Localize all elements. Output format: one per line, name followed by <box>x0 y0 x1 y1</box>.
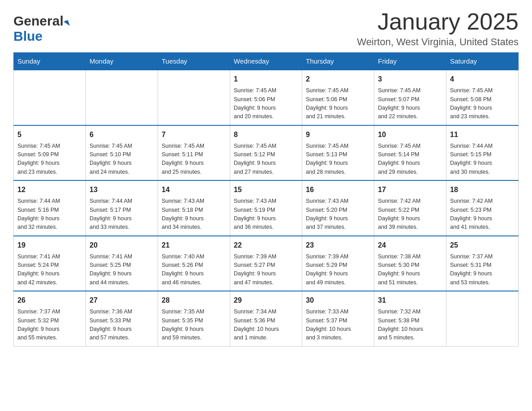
day-number: 28 <box>162 295 226 306</box>
table-row: 6Sunrise: 7:45 AMSunset: 5:10 PMDaylight… <box>86 125 158 181</box>
day-info: Sunrise: 7:44 AMSunset: 5:16 PMDaylight:… <box>17 197 82 232</box>
table-row: 5Sunrise: 7:45 AMSunset: 5:09 PMDaylight… <box>14 125 86 181</box>
logo-blue-text: Blue <box>13 29 43 44</box>
day-info: Sunrise: 7:42 AMSunset: 5:22 PMDaylight:… <box>378 197 442 232</box>
day-info: Sunrise: 7:40 AMSunset: 5:26 PMDaylight:… <box>162 253 226 287</box>
day-number: 22 <box>234 240 298 251</box>
day-info: Sunrise: 7:45 AMSunset: 5:10 PMDaylight:… <box>90 142 154 177</box>
table-row: 22Sunrise: 7:39 AMSunset: 5:27 PMDayligh… <box>230 236 302 291</box>
table-row: 20Sunrise: 7:41 AMSunset: 5:25 PMDayligh… <box>86 236 158 291</box>
location-title: Weirton, West Virginia, United States <box>357 36 519 48</box>
table-row: 1Sunrise: 7:45 AMSunset: 5:06 PMDaylight… <box>230 70 302 125</box>
day-info: Sunrise: 7:39 AMSunset: 5:27 PMDaylight:… <box>234 253 298 287</box>
day-number: 14 <box>162 184 226 195</box>
day-info: Sunrise: 7:44 AMSunset: 5:15 PMDaylight:… <box>450 142 515 177</box>
day-info: Sunrise: 7:45 AMSunset: 5:08 PMDaylight:… <box>450 86 515 121</box>
day-info: Sunrise: 7:36 AMSunset: 5:33 PMDaylight:… <box>90 308 154 342</box>
calendar-header-row: Sunday Monday Tuesday Wednesday Thursday… <box>14 53 519 70</box>
day-number: 23 <box>306 240 370 251</box>
table-row <box>86 70 158 125</box>
day-number: 8 <box>234 129 298 140</box>
day-number: 21 <box>162 240 226 251</box>
day-info: Sunrise: 7:43 AMSunset: 5:20 PMDaylight:… <box>306 197 370 232</box>
col-friday: Friday <box>374 53 446 70</box>
table-row: 8Sunrise: 7:45 AMSunset: 5:12 PMDaylight… <box>230 125 302 181</box>
day-info: Sunrise: 7:32 AMSunset: 5:38 PMDaylight:… <box>378 308 442 342</box>
day-info: Sunrise: 7:45 AMSunset: 5:13 PMDaylight:… <box>306 142 370 177</box>
day-info: Sunrise: 7:45 AMSunset: 5:14 PMDaylight:… <box>378 142 442 177</box>
day-info: Sunrise: 7:45 AMSunset: 5:06 PMDaylight:… <box>306 86 370 121</box>
table-row: 3Sunrise: 7:45 AMSunset: 5:07 PMDaylight… <box>374 70 446 125</box>
table-row: 25Sunrise: 7:37 AMSunset: 5:31 PMDayligh… <box>446 236 519 291</box>
col-saturday: Saturday <box>446 53 519 70</box>
table-row: 26Sunrise: 7:37 AMSunset: 5:32 PMDayligh… <box>14 291 86 346</box>
table-row: 28Sunrise: 7:35 AMSunset: 5:35 PMDayligh… <box>158 291 230 346</box>
day-number: 27 <box>90 295 154 306</box>
day-number: 25 <box>450 240 515 251</box>
day-info: Sunrise: 7:35 AMSunset: 5:35 PMDaylight:… <box>162 308 226 342</box>
day-info: Sunrise: 7:45 AMSunset: 5:07 PMDaylight:… <box>378 86 442 121</box>
table-row: 15Sunrise: 7:43 AMSunset: 5:19 PMDayligh… <box>230 180 302 236</box>
day-number: 31 <box>378 295 442 306</box>
day-number: 18 <box>450 184 515 195</box>
table-row: 10Sunrise: 7:45 AMSunset: 5:14 PMDayligh… <box>374 125 446 181</box>
day-number: 5 <box>17 129 82 140</box>
day-info: Sunrise: 7:43 AMSunset: 5:19 PMDaylight:… <box>234 197 298 232</box>
table-row <box>158 70 230 125</box>
calendar-week-row: 12Sunrise: 7:44 AMSunset: 5:16 PMDayligh… <box>14 180 519 236</box>
table-row: 9Sunrise: 7:45 AMSunset: 5:13 PMDaylight… <box>302 125 374 181</box>
col-wednesday: Wednesday <box>230 53 302 70</box>
logo-general-word: General <box>13 13 64 28</box>
table-row: 23Sunrise: 7:39 AMSunset: 5:29 PMDayligh… <box>302 236 374 291</box>
day-info: Sunrise: 7:42 AMSunset: 5:23 PMDaylight:… <box>450 197 515 232</box>
logo-general-text: General <box>13 13 69 29</box>
day-number: 29 <box>234 295 298 306</box>
day-number: 7 <box>162 129 226 140</box>
day-info: Sunrise: 7:37 AMSunset: 5:32 PMDaylight:… <box>17 308 82 342</box>
table-row: 2Sunrise: 7:45 AMSunset: 5:06 PMDaylight… <box>302 70 374 125</box>
day-info: Sunrise: 7:34 AMSunset: 5:36 PMDaylight:… <box>234 308 298 342</box>
table-row: 11Sunrise: 7:44 AMSunset: 5:15 PMDayligh… <box>446 125 519 181</box>
day-number: 13 <box>90 184 154 195</box>
table-row: 14Sunrise: 7:43 AMSunset: 5:18 PMDayligh… <box>158 180 230 236</box>
day-info: Sunrise: 7:41 AMSunset: 5:25 PMDaylight:… <box>90 253 154 287</box>
calendar-table: Sunday Monday Tuesday Wednesday Thursday… <box>13 52 519 347</box>
table-row: 16Sunrise: 7:43 AMSunset: 5:20 PMDayligh… <box>302 180 374 236</box>
day-info: Sunrise: 7:45 AMSunset: 5:09 PMDaylight:… <box>17 142 82 177</box>
day-number: 24 <box>378 240 442 251</box>
col-thursday: Thursday <box>302 53 374 70</box>
day-number: 26 <box>17 295 82 306</box>
day-number: 15 <box>234 184 298 195</box>
day-info: Sunrise: 7:37 AMSunset: 5:31 PMDaylight:… <box>450 253 515 287</box>
day-number: 1 <box>234 74 298 85</box>
table-row: 21Sunrise: 7:40 AMSunset: 5:26 PMDayligh… <box>158 236 230 291</box>
table-row: 24Sunrise: 7:38 AMSunset: 5:30 PMDayligh… <box>374 236 446 291</box>
calendar-week-row: 26Sunrise: 7:37 AMSunset: 5:32 PMDayligh… <box>14 291 519 346</box>
table-row: 18Sunrise: 7:42 AMSunset: 5:23 PMDayligh… <box>446 180 519 236</box>
logo-blue-word: Blue <box>13 29 43 43</box>
table-row: 17Sunrise: 7:42 AMSunset: 5:22 PMDayligh… <box>374 180 446 236</box>
table-row: 4Sunrise: 7:45 AMSunset: 5:08 PMDaylight… <box>446 70 519 125</box>
table-row: 12Sunrise: 7:44 AMSunset: 5:16 PMDayligh… <box>14 180 86 236</box>
day-number: 10 <box>378 129 442 140</box>
day-info: Sunrise: 7:43 AMSunset: 5:18 PMDaylight:… <box>162 197 226 232</box>
day-info: Sunrise: 7:38 AMSunset: 5:30 PMDaylight:… <box>378 253 442 287</box>
table-row: 30Sunrise: 7:33 AMSunset: 5:37 PMDayligh… <box>302 291 374 346</box>
col-monday: Monday <box>86 53 158 70</box>
table-row: 29Sunrise: 7:34 AMSunset: 5:36 PMDayligh… <box>230 291 302 346</box>
day-info: Sunrise: 7:41 AMSunset: 5:24 PMDaylight:… <box>17 253 82 287</box>
day-number: 9 <box>306 129 370 140</box>
day-number: 6 <box>90 129 154 140</box>
logo: General Blue <box>13 13 69 44</box>
table-row <box>446 291 519 346</box>
day-info: Sunrise: 7:39 AMSunset: 5:29 PMDaylight:… <box>306 253 370 287</box>
calendar-week-row: 19Sunrise: 7:41 AMSunset: 5:24 PMDayligh… <box>14 236 519 291</box>
day-number: 4 <box>450 74 515 85</box>
day-info: Sunrise: 7:33 AMSunset: 5:37 PMDaylight:… <box>306 308 370 342</box>
day-info: Sunrise: 7:45 AMSunset: 5:12 PMDaylight:… <box>234 142 298 177</box>
day-number: 3 <box>378 74 442 85</box>
day-number: 20 <box>90 240 154 251</box>
day-info: Sunrise: 7:45 AMSunset: 5:11 PMDaylight:… <box>162 142 226 177</box>
calendar-week-row: 5Sunrise: 7:45 AMSunset: 5:09 PMDaylight… <box>14 125 519 181</box>
day-info: Sunrise: 7:44 AMSunset: 5:17 PMDaylight:… <box>90 197 154 232</box>
